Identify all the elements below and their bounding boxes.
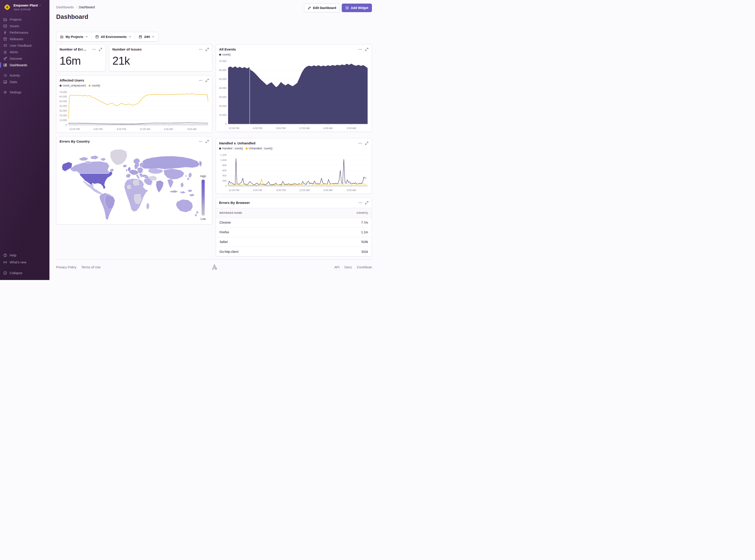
svg-text:10,000: 10,000 (219, 114, 227, 116)
map-region-iceland[interactable] (123, 165, 127, 167)
world-map[interactable] (59, 146, 210, 222)
map-region-russia[interactable] (141, 156, 202, 169)
ellipsis-menu-icon[interactable] (92, 47, 96, 51)
widget-affected-users: Affected Users count_unique(user)count()… (56, 75, 212, 133)
sidebar-item-stats[interactable]: Stats (0, 79, 50, 85)
expand-icon[interactable] (99, 47, 102, 51)
svg-text:50,000: 50,000 (59, 100, 67, 103)
ellipsis-menu-icon[interactable] (199, 47, 202, 51)
map-region-alaska[interactable] (62, 162, 72, 171)
map-region-madagascar[interactable] (146, 203, 150, 210)
map-region-kazakh[interactable] (148, 168, 163, 174)
column-count[interactable]: COUNT() (356, 212, 368, 214)
map-region-canada[interactable] (70, 155, 114, 174)
sidebar-item-issues[interactable]: Issues (0, 23, 50, 29)
legend-item[interactable]: Unhandled : count() (246, 147, 272, 150)
window-icon (95, 35, 99, 39)
map-region-sahel[interactable] (127, 185, 131, 189)
legend-item[interactable]: count() (219, 53, 231, 56)
svg-text:12:00 AM: 12:00 AM (140, 128, 150, 131)
sidebar-item-help[interactable]: Help (0, 252, 50, 259)
expand-icon[interactable] (206, 140, 209, 143)
map-region-india[interactable] (156, 180, 163, 193)
releases-icon (3, 37, 7, 41)
table-row[interactable]: Chrome7.7m (216, 218, 372, 227)
map-region-indonesia[interactable] (170, 189, 193, 194)
footer-link-api[interactable]: API (334, 265, 340, 269)
map-region-korea[interactable] (185, 175, 187, 177)
footer-link-docs[interactable]: Docs (345, 265, 352, 269)
projects-filter[interactable]: My Projects (56, 32, 92, 41)
expand-icon[interactable] (365, 141, 368, 145)
map-region-australia[interactable] (176, 199, 193, 212)
svg-text:1,000: 1,000 (220, 159, 227, 161)
map-region-greenland[interactable] (110, 149, 128, 165)
expand-icon[interactable] (206, 79, 209, 82)
map-region-philippines[interactable] (181, 182, 184, 187)
legend-dot (219, 147, 221, 149)
svg-text:60,000: 60,000 (59, 95, 67, 98)
map-region-japan[interactable] (187, 173, 192, 180)
svg-text:1,200: 1,200 (220, 154, 227, 156)
chevron-down-icon (152, 36, 154, 38)
table-row[interactable]: Go-http-client331k (216, 247, 372, 256)
sidebar-item-settings[interactable]: Settings (0, 89, 50, 96)
map-region-libya[interactable] (133, 180, 139, 185)
svg-text:4:00 AM: 4:00 AM (323, 127, 332, 129)
activity-icon (3, 74, 7, 78)
map-region-png[interactable] (189, 194, 195, 197)
edit-dashboard-button[interactable]: Edit Dashboard (304, 4, 340, 12)
sidebar-item-dashboards[interactable]: Dashboards (0, 62, 50, 68)
expand-icon[interactable] (365, 47, 368, 51)
table-row[interactable]: Firefox1.1m (216, 227, 372, 237)
sidebar-item-performance[interactable]: Performance (0, 29, 50, 36)
sidebar-item-alerts[interactable]: Alerts (0, 49, 50, 55)
footer-link-contribute[interactable]: Contribute (357, 265, 372, 269)
main-content: Dashboards › Dashboard Edit Dashboard Ad… (50, 0, 377, 280)
legend-item[interactable]: count() (89, 84, 100, 87)
expand-icon[interactable] (206, 47, 209, 51)
time-range-filter[interactable]: 24H (135, 32, 158, 41)
widget-errors-by-browser: Errors By Browser BROWSER.NAMECOUNT()Chr… (216, 198, 372, 256)
map-region-sea[interactable] (168, 179, 173, 188)
legend-item[interactable]: Handled : count() (219, 147, 243, 150)
breadcrumb: Dashboards › Dashboard (56, 5, 95, 9)
map-region-west_europe[interactable] (129, 169, 139, 175)
footer-link-privacy-policy[interactable]: Privacy Policy (56, 265, 76, 269)
footer-link-terms-of-use[interactable]: Terms of Use (81, 265, 100, 269)
page-title: Dashboard (56, 14, 88, 20)
handled-unhandled-chart[interactable]: 02004006008001,0001,20012:00 PM4:00 PM8:… (217, 152, 370, 193)
sidebar-item-discover[interactable]: Discover (0, 55, 50, 62)
expand-icon[interactable] (365, 201, 368, 204)
sidebar-item-projects[interactable]: Projects (0, 16, 50, 23)
map-region-nz[interactable] (195, 211, 198, 217)
project-folder-icon (60, 35, 63, 39)
legend-item[interactable]: count_unique(user) (60, 84, 86, 87)
count-cell: 1.1m (361, 231, 368, 234)
sidebar-item-collapse[interactable]: Collapse (0, 269, 50, 276)
sidebar-item-user-feedback[interactable]: User Feedback (0, 42, 50, 49)
table-row[interactable]: Safari524k (216, 237, 372, 247)
sidebar-item-activity[interactable]: Activity (0, 72, 50, 79)
breadcrumb-dashboards-link[interactable]: Dashboards (56, 5, 74, 9)
map-region-italy[interactable] (136, 175, 140, 179)
ellipsis-menu-icon[interactable] (199, 140, 202, 143)
ellipsis-menu-icon[interactable] (359, 141, 362, 145)
affected-users-chart[interactable]: 010,00020,00030,00040,00050,00060,00070,… (57, 89, 210, 132)
big-number-value: 21k (112, 54, 130, 67)
map-region-usa[interactable] (80, 171, 113, 189)
ellipsis-menu-icon[interactable] (359, 201, 362, 204)
sidebar-item-what-s-new[interactable]: What's new (0, 259, 50, 266)
ellipsis-menu-icon[interactable] (199, 79, 202, 82)
all-events-chart[interactable]: 010,00020,00030,00040,00050,00060,00070,… (217, 58, 370, 131)
ellipsis-menu-icon[interactable] (359, 47, 362, 51)
column-browser-name[interactable]: BROWSER.NAME (219, 212, 242, 214)
sidebar-item-label: Collapse (9, 271, 22, 275)
svg-text:60,000: 60,000 (219, 69, 227, 72)
add-widget-button[interactable]: Add Widget (342, 4, 372, 12)
sidebar-item-releases[interactable]: Releases (0, 36, 50, 42)
map-region-china[interactable] (163, 168, 185, 179)
org-switcher[interactable]: Empower Plant Jane Schmidt (0, 0, 50, 14)
map-region-iberia[interactable] (126, 174, 131, 178)
environments-filter[interactable]: All Environments (92, 32, 135, 41)
